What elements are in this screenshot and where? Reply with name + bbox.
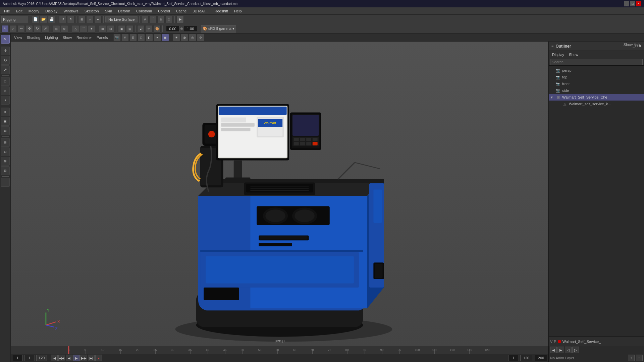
open-file-button[interactable]: 📂 — [40, 16, 47, 23]
menu-modify[interactable]: Modify — [26, 8, 42, 14]
select-by-object[interactable]: ○ — [86, 16, 94, 23]
menu-file[interactable]: File — [1, 8, 13, 14]
menu-skeleton[interactable]: Skeleton — [82, 8, 102, 14]
lighting-mode-btn[interactable]: ☀ — [173, 34, 180, 41]
current-frame-input[interactable] — [24, 355, 35, 361]
play-forward-button[interactable]: ▶ — [73, 355, 80, 361]
camera-btn[interactable]: 📷 — [113, 34, 121, 41]
offset-y-input[interactable] — [184, 26, 197, 32]
select-by-hierarchy[interactable]: ⊞ — [78, 16, 86, 23]
paint-select[interactable]: ✏ — [17, 25, 25, 33]
menu-display[interactable]: Display — [43, 8, 60, 14]
menu-control[interactable]: Control — [155, 8, 172, 14]
view-next2-btn[interactable]: ▷ — [572, 347, 579, 353]
select-tool-left[interactable]: ↖ — [1, 35, 10, 44]
sculpt-btn[interactable]: ✦ — [1, 96, 10, 105]
panel2-btn[interactable]: ⊡ — [1, 147, 10, 156]
render-button[interactable]: ▶ — [176, 16, 184, 23]
menu-constrain[interactable]: Constrain — [133, 8, 155, 14]
outliner-menu-display[interactable]: Display — [550, 52, 566, 57]
view-next-btn[interactable]: ▶ — [557, 347, 564, 353]
viewport[interactable]: Walmart — [11, 42, 548, 346]
view-prev-btn[interactable]: ◀ — [550, 347, 557, 353]
redo-button[interactable]: ↻ — [67, 16, 74, 23]
ao-btn[interactable]: ◎ — [189, 34, 196, 41]
menu-help[interactable]: Help — [231, 8, 245, 14]
paint-effects[interactable]: 🖌 — [137, 25, 145, 33]
film-gate-btn[interactable]: ⊞ — [129, 34, 137, 41]
snap-icons1[interactable]: ⊞ — [99, 25, 106, 33]
vt-renderer[interactable]: Renderer — [74, 36, 94, 40]
move-tool[interactable]: ✛ — [25, 25, 33, 33]
rotate-tool[interactable]: ↻ — [34, 25, 41, 33]
anim-layer-btn2[interactable]: − — [636, 355, 643, 361]
menu-cache[interactable]: Cache — [173, 8, 190, 14]
smooth-wire-btn[interactable]: ◧ — [146, 34, 153, 41]
vt-shading[interactable]: Shading — [25, 36, 42, 40]
artisan[interactable]: ✏ — [145, 25, 153, 33]
3d-paint[interactable]: 🎨 — [153, 25, 161, 33]
tree-item-walmart-child[interactable]: △ Walmart_self_service_k... — [549, 101, 644, 107]
range-end-input[interactable] — [520, 355, 532, 361]
tree-item-top[interactable]: 📷 top — [549, 74, 644, 80]
render-icons2[interactable]: ▤ — [126, 25, 133, 33]
offset-x-input[interactable] — [166, 26, 179, 32]
outliner-menu-show[interactable]: Show — [567, 52, 580, 57]
smooth-btn[interactable]: ● — [154, 34, 161, 41]
tree-item-persp[interactable]: 📷 persp — [549, 67, 644, 74]
show-manip[interactable]: ⊕ — [61, 25, 68, 33]
snap-surface[interactable]: ⊙ — [165, 16, 173, 23]
go-start-button[interactable]: |◀ — [51, 355, 58, 361]
undo-button[interactable]: ↺ — [59, 16, 66, 23]
start-frame-input[interactable] — [12, 355, 23, 361]
panel1-btn[interactable]: ⊞ — [1, 138, 10, 147]
soft-modify[interactable]: ◎ — [53, 25, 60, 33]
maximize-button[interactable]: □ — [630, 1, 635, 6]
vt-view[interactable]: View — [12, 36, 24, 40]
range-start-input[interactable] — [508, 355, 519, 361]
snap-curve[interactable]: ⌒ — [149, 16, 157, 23]
close-button[interactable]: ✕ — [636, 1, 641, 6]
lasso-select[interactable]: ⌕ — [9, 25, 17, 33]
anim-layer-btn[interactable]: ⊞ — [1, 126, 10, 135]
panel3-btn[interactable]: ⊠ — [1, 157, 10, 166]
snap-point[interactable]: ⊕ — [157, 16, 165, 23]
xray-btn[interactable]: ⊙ — [197, 34, 204, 41]
color-space-dropdown[interactable]: 🎨 sRGB gamma ▾ — [201, 25, 236, 33]
anim-layer-btn[interactable]: + — [628, 355, 635, 361]
poly-btn[interactable]: △ — [72, 25, 79, 33]
scale-tool-left[interactable]: ⤢ — [1, 65, 10, 74]
tree-item-side[interactable]: 📷 side — [549, 87, 644, 94]
save-file-button[interactable]: 💾 — [48, 16, 55, 23]
menu-deform[interactable]: Deform — [115, 8, 133, 14]
minimize-button[interactable]: _ — [624, 1, 629, 6]
move-tool-left[interactable]: ✛ — [1, 47, 10, 55]
step-forward-button[interactable]: ▶▶ — [80, 355, 87, 361]
snap-icons2[interactable]: ⊡ — [107, 25, 114, 33]
rotate-tool-left[interactable]: ↻ — [1, 56, 10, 65]
outliner-search-input[interactable] — [550, 59, 643, 65]
nurbs-model-btn[interactable]: ◇ — [1, 86, 10, 95]
wireframe-btn[interactable]: □ — [138, 34, 145, 41]
menu-windows[interactable]: Windows — [61, 8, 81, 14]
snap-grid[interactable]: # — [141, 16, 149, 23]
menu-3dtoall[interactable]: 3DToAll... — [190, 8, 211, 14]
render-icons1[interactable]: ▣ — [118, 25, 125, 33]
menu-redshift[interactable]: Redshift — [212, 8, 231, 14]
vt-panels[interactable]: Panels — [95, 36, 110, 40]
record-button[interactable]: ● — [95, 355, 102, 361]
view-prev2-btn[interactable]: ◁ — [565, 347, 572, 353]
new-file-button[interactable]: 📄 — [32, 16, 39, 23]
more-tools-btn[interactable]: ⋯ — [1, 178, 10, 187]
panel4-btn[interactable]: ⊟ — [1, 166, 10, 175]
tree-item-walmart-root[interactable]: ▼ ⊞ Walmart_Self_Service_Che — [549, 94, 644, 101]
render-layer-btn[interactable]: ▣ — [1, 117, 10, 126]
vt-lighting[interactable]: Lighting — [43, 36, 60, 40]
rigging-dropdown[interactable]: Rigging — [1, 16, 28, 23]
vt-show[interactable]: Show — [61, 36, 74, 40]
display-layer-btn[interactable]: ≡ — [1, 108, 10, 116]
grid-btn[interactable]: # — [121, 34, 129, 41]
total-end-input[interactable] — [535, 355, 547, 361]
scale-tool[interactable]: ⤢ — [42, 25, 49, 33]
hardware-btn[interactable]: ◼ — [162, 34, 169, 41]
